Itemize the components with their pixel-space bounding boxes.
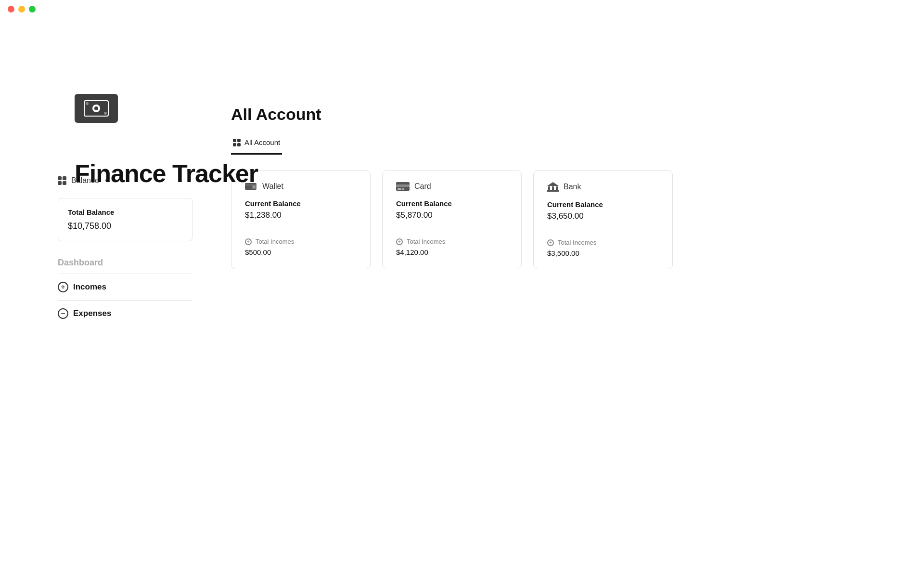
card-income-amount: $4,120.00	[396, 248, 508, 256]
sidebar-divider-1	[58, 192, 192, 192]
svg-rect-18	[547, 190, 559, 192]
minimize-button[interactable]	[18, 6, 25, 13]
svg-point-8	[253, 186, 256, 188]
section-title: All Account	[231, 105, 866, 124]
circle-minus-icon: −	[58, 308, 68, 319]
card-income-label: Total Incomes	[407, 238, 445, 245]
bank-card-divider	[547, 230, 659, 230]
grid-icon	[58, 176, 66, 185]
bank-card: Bank Current Balance $3,650.00 + Total I…	[533, 170, 673, 269]
wallet-income-row: + Total Incomes	[245, 238, 357, 245]
svg-rect-11	[396, 184, 410, 187]
card-card-divider	[396, 229, 508, 229]
wallet-balance-label: Current Balance	[245, 199, 357, 208]
tab-all-account-label: All Account	[244, 138, 280, 146]
app-icon	[75, 94, 118, 123]
titlebar	[0, 0, 924, 18]
card-name: Card	[414, 182, 431, 191]
accounts-row: Wallet Current Balance $1,238.00 + Total…	[231, 170, 866, 269]
card-card-header: Card	[396, 182, 508, 191]
tabs-bar: All Account	[231, 133, 866, 155]
svg-point-3	[94, 106, 98, 110]
svg-rect-12	[398, 188, 401, 190]
svg-rect-16	[552, 186, 554, 190]
main-content: All Account All Account	[192, 18, 866, 324]
wallet-card-header: Wallet	[245, 182, 357, 191]
card-balance-label: Current Balance	[396, 199, 508, 208]
svg-rect-13	[402, 188, 404, 190]
expenses-menu-item[interactable]: − Expenses	[58, 303, 192, 324]
balance-card: Total Balance $10,758.00	[58, 198, 192, 241]
bank-name: Bank	[564, 183, 581, 191]
tab-grid-icon	[233, 139, 241, 146]
sidebar-divider-3	[58, 300, 192, 301]
card-income-row: + Total Incomes	[396, 238, 508, 245]
wallet-card-divider	[245, 229, 357, 229]
balance-card-label: Total Balance	[68, 208, 182, 216]
bank-income-icon: +	[547, 239, 554, 246]
sidebar-divider-2	[58, 274, 192, 274]
tab-all-account[interactable]: All Account	[231, 133, 282, 155]
wallet-icon	[245, 182, 257, 191]
wallet-income-amount: $500.00	[245, 248, 357, 256]
maximize-button[interactable]	[29, 6, 36, 13]
svg-marker-14	[547, 182, 559, 186]
bank-income-amount: $3,500.00	[547, 249, 659, 257]
card-income-icon: +	[396, 238, 403, 245]
svg-rect-9	[245, 184, 257, 185]
svg-point-5	[104, 112, 107, 115]
bank-balance-label: Current Balance	[547, 200, 659, 209]
card-card: Card Current Balance $5,870.00 + Total I…	[382, 170, 522, 269]
svg-rect-15	[548, 186, 550, 190]
dashboard-label: Dashboard	[58, 253, 192, 271]
wallet-balance-amount: $1,238.00	[245, 210, 357, 220]
wallet-income-label: Total Incomes	[256, 238, 294, 245]
close-button[interactable]	[8, 6, 14, 13]
bank-icon	[547, 182, 559, 192]
bank-income-label: Total Incomes	[558, 239, 596, 246]
wallet-card: Wallet Current Balance $1,238.00 + Total…	[231, 170, 371, 269]
wallet-income-icon: +	[245, 238, 252, 245]
circle-plus-icon: +	[58, 282, 68, 292]
page-title: Finance Tracker	[75, 159, 258, 188]
balance-card-amount: $10,758.00	[68, 221, 182, 231]
svg-rect-17	[556, 186, 558, 190]
bank-income-row: + Total Incomes	[547, 239, 659, 246]
bank-card-header: Bank	[547, 182, 659, 192]
incomes-label: Incomes	[73, 282, 106, 292]
svg-point-4	[86, 102, 89, 105]
incomes-menu-item[interactable]: + Incomes	[58, 277, 192, 297]
card-balance-amount: $5,870.00	[396, 210, 508, 220]
bank-balance-amount: $3,650.00	[547, 211, 659, 221]
wallet-name: Wallet	[262, 182, 283, 191]
credit-card-icon	[396, 182, 410, 191]
expenses-label: Expenses	[73, 309, 111, 318]
